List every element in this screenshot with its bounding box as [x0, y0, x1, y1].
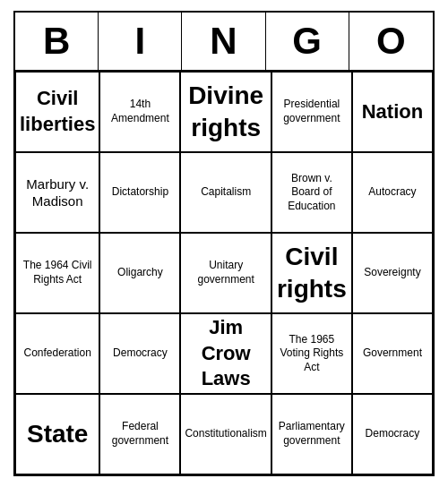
bingo-cell-22: Constitutionalism	[180, 394, 271, 474]
bingo-header: BINGO	[15, 13, 433, 72]
bingo-cell-5: Marbury v. Madison	[15, 152, 99, 233]
bingo-cell-10: The 1964 Civil Rights Act	[15, 233, 99, 313]
bingo-grid: Civil liberties14th AmendmentDivine righ…	[15, 72, 433, 474]
bingo-cell-4: Nation	[352, 72, 433, 152]
bingo-cell-15: Confederation	[15, 313, 99, 394]
bingo-cell-13: Civil rights	[271, 233, 352, 313]
header-letter-O: O	[349, 13, 433, 70]
header-letter-G: G	[266, 13, 349, 70]
bingo-cell-23: Parliamentary government	[271, 394, 352, 474]
header-letter-N: N	[182, 13, 265, 70]
bingo-cell-19: Government	[352, 313, 433, 394]
bingo-cell-20: State	[15, 394, 99, 474]
bingo-cell-6: Dictatorship	[99, 152, 180, 233]
bingo-cell-1: 14th Amendment	[99, 72, 180, 152]
bingo-cell-14: Sovereignty	[352, 233, 433, 313]
bingo-cell-9: Autocracy	[352, 152, 433, 233]
bingo-cell-2: Divine rights	[180, 72, 271, 152]
bingo-cell-12: Unitary government	[180, 233, 271, 313]
bingo-cell-18: The 1965 Voting Rights Act	[271, 313, 352, 394]
bingo-cell-21: Federal government	[99, 394, 180, 474]
bingo-cell-7: Capitalism	[180, 152, 271, 233]
bingo-cell-3: Presidential government	[271, 72, 352, 152]
bingo-cell-24: Democracy	[352, 394, 433, 474]
bingo-cell-17: Jim Crow Laws	[180, 313, 271, 394]
bingo-card: BINGO Civil liberties14th AmendmentDivin…	[13, 11, 435, 476]
header-letter-B: B	[15, 13, 99, 70]
bingo-cell-16: Democracy	[99, 313, 180, 394]
bingo-cell-0: Civil liberties	[15, 72, 99, 152]
bingo-cell-8: Brown v. Board of Education	[271, 152, 352, 233]
header-letter-I: I	[99, 13, 182, 70]
bingo-cell-11: Oligarchy	[99, 233, 180, 313]
